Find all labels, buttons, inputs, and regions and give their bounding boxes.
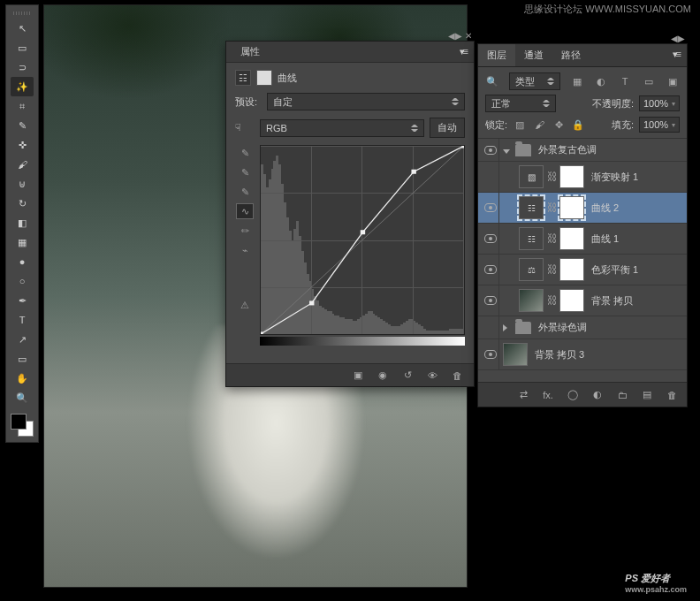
crop-tool[interactable]: ⌗ (11, 96, 34, 116)
delete-adjustment-icon[interactable]: 🗑 (449, 368, 465, 384)
eyedropper-white-icon[interactable]: ✎ (236, 184, 254, 200)
zoom-tool[interactable]: 🔍 (11, 388, 34, 407)
layer-name[interactable]: 色彩平衡 1 (588, 263, 683, 277)
curve-point-tool-icon[interactable]: ∿ (236, 203, 254, 219)
mask-icon[interactable] (256, 70, 272, 86)
adjustment-thumb[interactable]: ⚖ (519, 258, 544, 281)
layer-thumb[interactable] (519, 289, 544, 312)
tab-layers[interactable]: 图层 (478, 44, 515, 66)
visibility-toggle[interactable] (482, 316, 499, 339)
link-icon[interactable]: ⛓ (547, 232, 556, 245)
collapse-icon[interactable]: ◀▶ (671, 34, 685, 43)
finger-icon[interactable]: ☟ (235, 122, 255, 133)
panel-menu-icon[interactable]: ▾≡ (666, 44, 687, 66)
blend-mode-select[interactable]: 正常 (485, 95, 556, 112)
shape-tool[interactable]: ▭ (11, 349, 34, 369)
layer-list[interactable]: 外景复古色调▧⛓渐变映射 1☷⛓曲线 2☷⛓曲线 1⚖⛓色彩平衡 1⛓背景 拷贝… (478, 139, 687, 400)
layer-group[interactable]: 外景复古色调 (478, 139, 687, 162)
filter-type-select[interactable]: 类型 (509, 72, 560, 90)
layer-name[interactable]: 外景复古色调 (535, 143, 683, 156)
foreground-color-swatch[interactable] (11, 414, 27, 430)
mask-thumb[interactable] (559, 196, 584, 219)
link-icon[interactable]: ⛓ (547, 202, 556, 214)
eyedropper-black-icon[interactable]: ✎ (236, 145, 254, 161)
link-layers-icon[interactable]: ⇄ (515, 389, 531, 400)
dodge-tool[interactable]: ○ (11, 271, 34, 291)
adjustment-thumb[interactable]: ☷ (519, 227, 544, 250)
expand-arrow-icon[interactable] (503, 145, 512, 156)
layer-name[interactable]: 外景绿色调 (535, 321, 683, 334)
layer-fx-icon[interactable]: fx. (540, 390, 556, 400)
lasso-tool[interactable]: ⊃ (11, 57, 34, 77)
new-group-icon[interactable]: 🗀 (614, 390, 630, 400)
smooth-icon[interactable]: ⌁ (236, 242, 254, 258)
mask-thumb[interactable] (559, 227, 584, 250)
layer-name[interactable]: 曲线 1 (588, 232, 683, 246)
search-icon[interactable]: 🔍 (485, 74, 499, 88)
toolbar-grip[interactable] (9, 9, 35, 18)
opacity-input[interactable]: 100% (639, 95, 680, 111)
curves-graph[interactable] (260, 145, 465, 335)
filter-smart-icon[interactable]: ▣ (666, 74, 680, 88)
toggle-visibility-icon[interactable]: 👁 (424, 368, 440, 384)
healing-brush-tool[interactable]: ✜ (11, 135, 34, 155)
layer-name[interactable]: 渐变映射 1 (588, 171, 683, 184)
history-brush-tool[interactable]: ↻ (11, 194, 34, 213)
visibility-toggle[interactable] (482, 162, 499, 192)
brush-tool[interactable]: 🖌 (11, 155, 34, 174)
layer-name[interactable]: 背景 拷贝 (588, 294, 683, 308)
visibility-toggle[interactable] (482, 193, 499, 223)
visibility-toggle[interactable] (482, 224, 499, 254)
tab-channels[interactable]: 通道 (515, 44, 552, 66)
marquee-tool[interactable]: ▭ (11, 38, 34, 57)
tab-properties[interactable]: 属性 (233, 42, 267, 62)
visibility-toggle[interactable] (482, 255, 499, 285)
layer-row[interactable]: ⛓背景 拷贝 (478, 285, 687, 316)
filter-type-icon[interactable]: T (618, 74, 632, 88)
curve-draw-tool-icon[interactable]: ✏ (236, 223, 254, 239)
type-tool[interactable]: T (11, 310, 34, 330)
eraser-tool[interactable]: ◧ (11, 213, 34, 232)
panel-menu-icon[interactable]: ▾≡ (460, 46, 467, 57)
link-icon[interactable]: ⛓ (547, 171, 556, 183)
pen-tool[interactable]: ✒ (11, 291, 34, 310)
lock-pixels-icon[interactable]: 🖌 (532, 118, 546, 132)
layer-name[interactable]: 曲线 2 (588, 202, 683, 215)
new-adjustment-icon[interactable]: ◐ (590, 389, 605, 400)
hand-tool[interactable]: ✋ (11, 369, 34, 388)
path-select-tool[interactable]: ↗ (11, 330, 34, 349)
layer-thumb[interactable] (503, 343, 528, 366)
mask-thumb[interactable] (559, 289, 584, 312)
mask-thumb[interactable] (559, 258, 584, 281)
auto-button[interactable]: 自动 (430, 118, 465, 138)
layer-row[interactable]: 背景 拷贝 3 (478, 339, 687, 370)
gradient-tool[interactable]: ▦ (11, 232, 34, 252)
clone-stamp-tool[interactable]: ⊎ (11, 174, 34, 194)
lock-transparent-icon[interactable]: ▨ (513, 118, 527, 132)
fill-input[interactable]: 100% (639, 117, 680, 133)
link-icon[interactable]: ⛓ (547, 263, 556, 276)
move-tool[interactable]: ↖ (11, 19, 34, 38)
clip-icon[interactable]: ⚠ (236, 297, 254, 313)
channel-select[interactable]: RGB (260, 119, 424, 137)
eyedropper-tool[interactable]: ✎ (11, 116, 34, 135)
lock-all-icon[interactable]: 🔒 (571, 118, 585, 132)
adjustment-thumb[interactable]: ☷ (519, 196, 544, 219)
eyedropper-gray-icon[interactable]: ✎ (236, 164, 254, 180)
layer-group[interactable]: 外景绿色调 (478, 316, 687, 339)
color-swatches[interactable] (9, 412, 35, 438)
layer-row[interactable]: ☷⛓曲线 2 (478, 193, 687, 224)
filter-shape-icon[interactable]: ▭ (642, 74, 656, 88)
visibility-toggle[interactable] (482, 285, 499, 316)
clip-to-layer-icon[interactable]: ▣ (350, 368, 366, 384)
tab-paths[interactable]: 路径 (552, 44, 590, 66)
filter-adjust-icon[interactable]: ◐ (594, 74, 608, 88)
visibility-toggle[interactable] (482, 339, 499, 369)
reset-icon[interactable]: ↺ (399, 368, 415, 384)
view-previous-icon[interactable]: ◉ (375, 368, 391, 384)
blur-tool[interactable]: ● (11, 252, 34, 271)
link-icon[interactable]: ⛓ (547, 294, 556, 307)
expand-arrow-icon[interactable] (503, 323, 512, 333)
adjustment-thumb[interactable]: ▧ (519, 165, 544, 188)
new-layer-icon[interactable]: ▤ (639, 389, 655, 400)
